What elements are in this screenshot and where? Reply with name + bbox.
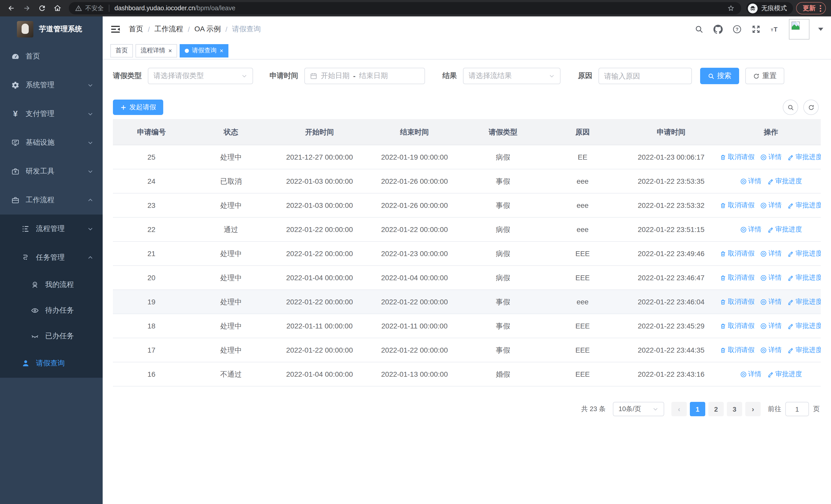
action-progress-link[interactable]: 审批进度 bbox=[787, 242, 821, 265]
action-cancel-link[interactable]: 取消请假 bbox=[721, 338, 754, 362]
sidebar-item-devtools[interactable]: 研发工具 bbox=[0, 157, 103, 186]
action-detail-link[interactable]: 详情 bbox=[740, 217, 762, 241]
tab-leave-query[interactable]: 请假查询 × bbox=[180, 44, 228, 57]
page-button-1[interactable]: 1 bbox=[690, 402, 705, 416]
action-progress-link[interactable]: 审批进度 bbox=[787, 194, 821, 217]
apply-time-range-picker[interactable]: 开始日期 - 结束日期 bbox=[305, 68, 425, 84]
action-detail-link[interactable]: 详情 bbox=[760, 194, 782, 217]
avatar[interactable] bbox=[789, 19, 809, 39]
tab-process-detail[interactable]: 流程详情 × bbox=[136, 44, 177, 57]
next-page-button[interactable]: › bbox=[745, 402, 761, 416]
action-detail-link[interactable]: 详情 bbox=[740, 169, 762, 193]
breadcrumb-item[interactable]: OA 示例 bbox=[195, 25, 221, 34]
leave-type-select[interactable]: 请选择请假类型 bbox=[148, 68, 253, 84]
url-text[interactable]: dashboard.yudao.iocoder.cn/bpm/oa/leave bbox=[114, 5, 727, 12]
action-cancel-link[interactable]: 取消请假 bbox=[721, 266, 754, 290]
page-size-select[interactable]: 10条/页 bbox=[613, 402, 664, 416]
security-label[interactable]: 不安全 bbox=[85, 4, 104, 12]
action-progress-link[interactable]: 审批进度 bbox=[767, 169, 802, 193]
toggle-search-button[interactable] bbox=[783, 99, 798, 115]
cell-apply-id: 23 bbox=[113, 194, 190, 217]
breadcrumb-item[interactable]: 首页 bbox=[129, 25, 143, 34]
forward-icon[interactable] bbox=[21, 2, 33, 14]
start-date-placeholder[interactable]: 开始日期 bbox=[321, 71, 349, 81]
help-icon[interactable]: ? bbox=[732, 24, 742, 34]
reload-icon[interactable] bbox=[36, 2, 48, 14]
end-date-placeholder[interactable]: 结束日期 bbox=[359, 71, 388, 81]
browser-menu-dots-icon[interactable] bbox=[820, 5, 821, 11]
avatar-caret-icon[interactable] bbox=[818, 28, 823, 31]
action-detail-link[interactable]: 详情 bbox=[760, 290, 782, 314]
sidebar-item-done-tasks[interactable]: 已办任务 bbox=[0, 323, 103, 349]
font-size-icon[interactable]: TT bbox=[770, 24, 780, 34]
breadcrumb-separator: / bbox=[225, 25, 227, 33]
cell-end-time: 2022-01-13 00:00:00 bbox=[367, 362, 462, 386]
chevron-down-icon bbox=[241, 73, 248, 79]
address-bar[interactable]: 不安全 dashboard.yudao.iocoder.cn/bpm/oa/le… bbox=[69, 2, 741, 14]
sidebar-item-label: 基础设施 bbox=[26, 138, 54, 147]
sidebar-item-infra[interactable]: 基础设施 bbox=[0, 128, 103, 157]
sidebar-item-workflow[interactable]: 工作流程 bbox=[0, 186, 103, 214]
action-progress-link[interactable]: 审批进度 bbox=[787, 338, 821, 362]
breadcrumb-item[interactable]: 工作流程 bbox=[154, 25, 183, 34]
prev-page-button[interactable]: ‹ bbox=[671, 402, 687, 416]
refresh-table-button[interactable] bbox=[803, 99, 819, 115]
table-row[interactable]: 18 处理中 2022-01-11 00:00:00 2022-01-11 00… bbox=[113, 314, 821, 338]
app-logo-row[interactable]: 芋道管理系统 bbox=[0, 17, 103, 42]
action-detail-link[interactable]: 详情 bbox=[760, 266, 782, 290]
action-progress-link[interactable]: 审批进度 bbox=[787, 290, 821, 314]
sidebar-collapse-icon[interactable] bbox=[110, 24, 121, 34]
sidebar-item-task-mgmt[interactable]: 任务管理 bbox=[0, 243, 103, 272]
sidebar-item-home[interactable]: 首页 bbox=[0, 42, 103, 71]
sidebar-item-todo-tasks[interactable]: 待办任务 bbox=[0, 298, 103, 323]
close-icon[interactable]: × bbox=[220, 48, 223, 54]
action-cancel-link[interactable]: 取消请假 bbox=[721, 145, 754, 169]
sidebar-item-my-process[interactable]: 我的流程 bbox=[0, 272, 103, 298]
action-progress-link[interactable]: 审批进度 bbox=[787, 145, 821, 169]
action-progress-link[interactable]: 审批进度 bbox=[767, 217, 802, 241]
sidebar-item-process-mgmt[interactable]: 流程管理 bbox=[0, 214, 103, 243]
cell-apply-id: 18 bbox=[113, 314, 190, 338]
search-button[interactable]: 搜索 bbox=[700, 68, 739, 84]
fullscreen-icon[interactable] bbox=[751, 24, 761, 34]
action-progress-link[interactable]: 审批进度 bbox=[787, 266, 821, 290]
table-row[interactable]: 23 处理中 2022-01-03 00:00:00 2022-01-26 00… bbox=[113, 194, 821, 217]
action-cancel-link[interactable]: 取消请假 bbox=[721, 242, 754, 265]
action-cancel-link[interactable]: 取消请假 bbox=[721, 194, 754, 217]
result-select[interactable]: 请选择流结果 bbox=[463, 68, 561, 84]
table-row[interactable]: 25 处理中 2021-12-27 00:00:00 2022-01-19 00… bbox=[113, 145, 821, 169]
table-row[interactable]: 22 通过 2022-01-22 00:00:00 2022-01-22 00:… bbox=[113, 217, 821, 242]
reset-button[interactable]: 重置 bbox=[745, 68, 784, 84]
action-detail-link[interactable]: 详情 bbox=[760, 242, 782, 265]
action-detail-link[interactable]: 详情 bbox=[760, 145, 782, 169]
table-row[interactable]: 19 处理中 2022-01-22 00:00:00 2022-01-22 00… bbox=[113, 290, 821, 314]
search-icon[interactable] bbox=[694, 24, 704, 34]
action-detail-link[interactable]: 详情 bbox=[760, 314, 782, 338]
home-icon[interactable] bbox=[51, 2, 64, 14]
page-button-2[interactable]: 2 bbox=[708, 402, 724, 416]
sidebar-item-leave-query[interactable]: 请假查询 bbox=[0, 349, 103, 378]
tab-home[interactable]: 首页 bbox=[110, 44, 133, 57]
sidebar-item-payment[interactable]: ¥ 支付管理 bbox=[0, 99, 103, 128]
table-row[interactable]: 21 处理中 2022-01-22 00:00:00 2022-01-23 00… bbox=[113, 242, 821, 266]
back-icon[interactable] bbox=[5, 2, 18, 14]
action-detail-link[interactable]: 详情 bbox=[760, 338, 782, 362]
action-cancel-link[interactable]: 取消请假 bbox=[721, 314, 754, 338]
create-leave-button[interactable]: 发起请假 bbox=[113, 99, 163, 115]
action-cancel-link[interactable]: 取消请假 bbox=[721, 290, 754, 314]
action-progress-link[interactable]: 审批进度 bbox=[767, 362, 802, 386]
table-row[interactable]: 24 已取消 2022-01-03 00:00:00 2022-01-26 00… bbox=[113, 169, 821, 194]
close-icon[interactable]: × bbox=[168, 48, 172, 54]
reason-input[interactable] bbox=[599, 68, 692, 84]
action-detail-link[interactable]: 详情 bbox=[740, 362, 762, 386]
table-row[interactable]: 17 处理中 2022-01-22 00:00:00 2022-01-22 00… bbox=[113, 338, 821, 362]
action-progress-link[interactable]: 审批进度 bbox=[787, 314, 821, 338]
sidebar-item-system[interactable]: 系统管理 bbox=[0, 71, 103, 99]
github-icon[interactable] bbox=[713, 24, 723, 34]
table-row[interactable]: 16 不通过 2022-01-04 00:00:00 2022-01-13 00… bbox=[113, 362, 821, 386]
goto-page-input[interactable] bbox=[785, 402, 809, 416]
table-row[interactable]: 20 处理中 2022-01-04 00:00:00 2022-01-04 00… bbox=[113, 266, 821, 290]
page-button-3[interactable]: 3 bbox=[727, 402, 742, 416]
bookmark-star-icon[interactable] bbox=[727, 4, 735, 12]
update-button[interactable]: 更新 bbox=[796, 2, 826, 14]
